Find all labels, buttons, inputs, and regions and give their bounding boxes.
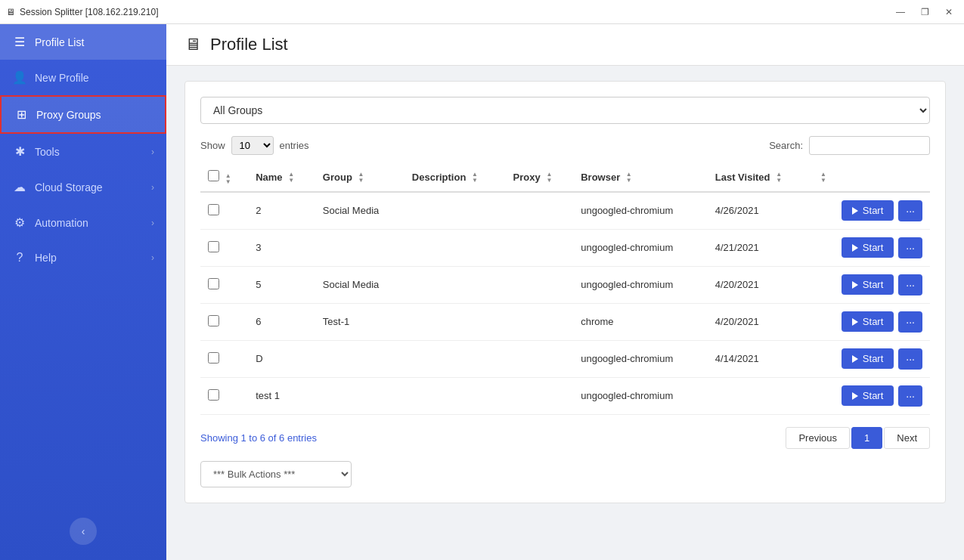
- bulk-actions-area: *** Bulk Actions *** Delete Selected Exp…: [200, 461, 930, 487]
- more-button-3[interactable]: ···: [898, 311, 922, 333]
- table-row: test 1 ungoogled-chromium Start ···: [200, 377, 930, 414]
- table-row: 5 Social Media ungoogled-chromium 4/20/2…: [200, 266, 930, 303]
- col-proxy[interactable]: Proxy ▲▼: [506, 164, 574, 192]
- sidebar-label-automation: Automation: [35, 217, 144, 229]
- table-row: 3 ungoogled-chromium 4/21/2021 Start ···: [200, 229, 930, 266]
- pagination-area: Showing 1 to 6 of 6 entries Previous 1 N…: [200, 427, 930, 449]
- titlebar: 🖥 Session Splitter [108.162.219.210] — ❐…: [0, 0, 964, 24]
- page-1-button[interactable]: 1: [851, 427, 882, 449]
- more-button-1[interactable]: ···: [898, 237, 922, 258]
- cell-checkbox-4: [200, 340, 248, 377]
- window-controls: — ❐ ✕: [891, 5, 958, 20]
- cell-actions-4: Start ···: [810, 340, 930, 377]
- col-group[interactable]: Group ▲▼: [315, 164, 405, 192]
- sidebar-collapse-button[interactable]: ‹: [70, 518, 97, 545]
- row-checkbox-2[interactable]: [208, 278, 219, 289]
- row-checkbox-5[interactable]: [208, 389, 219, 401]
- sidebar-item-help[interactable]: ? Help ›: [0, 240, 166, 275]
- col-browser[interactable]: Browser ▲▼: [573, 164, 708, 192]
- cell-group-3: Test-1: [315, 303, 405, 340]
- bulk-actions-select[interactable]: *** Bulk Actions *** Delete Selected Exp…: [200, 461, 352, 487]
- show-entries-control: Show 10 25 50 100 entries: [200, 136, 309, 155]
- tools-icon: ✱: [12, 144, 27, 159]
- sidebar-item-proxy-groups[interactable]: ⊞ Proxy Groups: [0, 95, 166, 134]
- cell-browser-2: ungoogled-chromium: [573, 266, 708, 303]
- profile-table: ▲▼ Name ▲▼ Group ▲▼ Descriptio: [200, 164, 930, 415]
- row-checkbox-4[interactable]: [208, 352, 219, 364]
- row-checkbox-3[interactable]: [208, 315, 219, 326]
- cell-browser-5: ungoogled-chromium: [573, 377, 708, 414]
- play-icon-1: [852, 244, 858, 252]
- cell-description-2: [405, 266, 506, 303]
- select-all-checkbox[interactable]: [208, 170, 219, 181]
- col-name[interactable]: Name ▲▼: [248, 164, 315, 192]
- sidebar-label-new-profile: New Profile: [35, 72, 154, 84]
- main-content: All Groups Social Media Test-1 Show 10 2…: [166, 66, 964, 560]
- cell-last-visited-1: 4/21/2021: [708, 229, 810, 266]
- cell-proxy-5: [506, 377, 574, 414]
- col-description[interactable]: Description ▲▼: [405, 164, 506, 192]
- entries-per-page-select[interactable]: 10 25 50 100: [231, 136, 274, 155]
- start-button-1[interactable]: Start: [842, 237, 894, 258]
- show-label: Show: [200, 140, 225, 151]
- sidebar-item-tools[interactable]: ✱ Tools ›: [0, 134, 166, 169]
- automation-icon: ⚙: [12, 215, 27, 230]
- previous-button[interactable]: Previous: [786, 427, 850, 449]
- cell-last-visited-5: [708, 377, 810, 414]
- sidebar-item-automation[interactable]: ⚙ Automation ›: [0, 205, 166, 240]
- sidebar-item-cloud-storage[interactable]: ☁ Cloud Storage ›: [0, 169, 166, 205]
- header-icon: 🖥: [184, 35, 201, 54]
- cell-last-visited-0: 4/26/2021: [708, 192, 810, 230]
- row-checkbox-0[interactable]: [208, 204, 219, 215]
- cell-last-visited-3: 4/20/2021: [708, 303, 810, 340]
- cell-checkbox-3: [200, 303, 248, 340]
- sort-arrows-last-visited: ▲▼: [776, 172, 782, 184]
- cell-description-5: [405, 377, 506, 414]
- restore-button[interactable]: ❐: [916, 5, 934, 20]
- more-button-5[interactable]: ···: [898, 385, 922, 407]
- start-button-3[interactable]: Start: [842, 311, 894, 332]
- sidebar-item-profile-list[interactable]: ☰ Profile List: [0, 24, 166, 60]
- start-label-0: Start: [863, 205, 883, 216]
- cell-proxy-4: [506, 340, 574, 377]
- col-name-label: Name: [256, 172, 282, 183]
- col-proxy-label: Proxy: [513, 172, 541, 183]
- sort-arrows-proxy: ▲▼: [546, 172, 552, 184]
- start-button-2[interactable]: Start: [842, 274, 894, 295]
- start-button-5[interactable]: Start: [842, 385, 894, 406]
- close-button[interactable]: ✕: [940, 5, 958, 20]
- cell-group-4: [315, 340, 405, 377]
- cell-proxy-3: [506, 303, 574, 340]
- start-button-4[interactable]: Start: [842, 348, 894, 369]
- cell-checkbox-2: [200, 266, 248, 303]
- groups-filter-select[interactable]: All Groups Social Media Test-1: [200, 97, 930, 124]
- cell-description-4: [405, 340, 506, 377]
- sidebar-label-tools: Tools: [35, 146, 144, 158]
- start-button-0[interactable]: Start: [842, 200, 894, 221]
- new-profile-icon: 👤: [12, 70, 27, 85]
- play-icon-4: [852, 355, 858, 363]
- sidebar-label-proxy-groups: Proxy Groups: [36, 109, 153, 121]
- more-button-4[interactable]: ···: [898, 348, 922, 370]
- cell-name-0: 2: [248, 192, 315, 230]
- cell-browser-1: ungoogled-chromium: [573, 229, 708, 266]
- row-checkbox-1[interactable]: [208, 241, 219, 252]
- next-button[interactable]: Next: [884, 427, 930, 449]
- help-arrow: ›: [151, 252, 154, 263]
- cell-group-2: Social Media: [315, 266, 405, 303]
- more-button-0[interactable]: ···: [898, 200, 922, 221]
- col-last-visited[interactable]: Last Visited ▲▼: [708, 164, 810, 192]
- search-label: Search:: [769, 140, 803, 151]
- automation-arrow: ›: [151, 218, 154, 228]
- cell-group-0: Social Media: [315, 192, 405, 230]
- cell-actions-3: Start ···: [810, 303, 930, 340]
- cell-proxy-1: [506, 229, 574, 266]
- more-button-2[interactable]: ···: [898, 274, 922, 295]
- main-header: 🖥 Profile List: [166, 24, 964, 66]
- search-input[interactable]: [809, 136, 930, 155]
- cell-actions-5: Start ···: [810, 377, 930, 414]
- sort-arrows-name: ▲▼: [288, 172, 294, 184]
- cell-browser-0: ungoogled-chromium: [573, 192, 708, 230]
- minimize-button[interactable]: —: [891, 5, 910, 20]
- sidebar-item-new-profile[interactable]: 👤 New Profile: [0, 60, 166, 95]
